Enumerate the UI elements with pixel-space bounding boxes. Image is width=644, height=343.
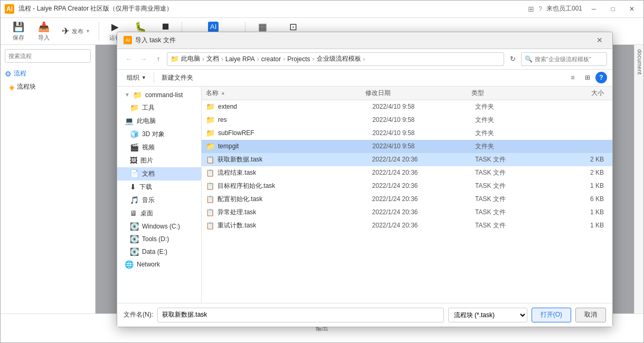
nav-image[interactable]: 🖼 图片 [117, 154, 201, 167]
nav-download-label: 下载 [139, 183, 152, 192]
up-button[interactable]: ↑ [152, 53, 165, 65]
save-button[interactable]: 💾 保存 [7, 19, 30, 44]
maximize-button[interactable]: □ [605, 3, 620, 15]
nav-tools-label: 工具 [142, 103, 155, 112]
nav-folder-icon: 📁 [133, 91, 142, 99]
nav-drive-d[interactable]: 💽 Tools (D:) [117, 233, 201, 245]
main-layout: ⚙ 流程 ◈ 流程块 AI 导入 task 文件 ✕ [1, 45, 643, 313]
file-get-new-data[interactable]: 📋 获取新数据.task 2022/1/24 20:36 TASK 文件 2 K… [202, 153, 612, 166]
sidebar-flow-block[interactable]: ◈ 流程块 [1, 80, 95, 93]
folder-tempgit[interactable]: 📁 tempgit 2022/4/10 9:58 文件夹 [202, 140, 612, 153]
publish-icon: ✈ [62, 25, 70, 37]
col-size[interactable]: 大小 [551, 89, 608, 98]
nav-command-list[interactable]: ▼ 📁 command-list [117, 89, 201, 101]
filetype-select[interactable]: 流程块 (*.task) [448, 308, 527, 322]
task-file-icon: 📋 [206, 169, 214, 177]
dialog-toolbar: 组织 ▼ 新建文件夹 ≡ ⊞ ? [117, 70, 612, 87]
file-config-init[interactable]: 📋 配置初始化.task 2022/1/24 20:36 TASK 文件 6 K… [202, 193, 612, 206]
view-list-button[interactable]: ≡ [566, 72, 580, 83]
right-tab-document[interactable]: document [634, 45, 644, 79]
nav-pc-icon: 💻 [125, 117, 134, 125]
new-folder-button[interactable]: 新建文件夹 [157, 72, 197, 84]
app-icon: AI [5, 4, 14, 14]
flow-block-icon: ◈ [9, 83, 15, 91]
nav-3d[interactable]: 🧊 3D 对象 [117, 128, 201, 141]
import-button[interactable]: 📥 导入 [32, 19, 55, 44]
cancel-button[interactable]: 取消 [575, 308, 606, 322]
title-bar: AI 流程 - Laiye RPA Creator 社区版（仅用于非商业用途） … [1, 1, 643, 18]
dialog-footer: 文件名(N): 流程块 (*.task) 打开(O) 取消 [117, 303, 612, 327]
nav-drive-e-label: Data (E:) [142, 248, 167, 255]
nav-download[interactable]: ⬇ 下载 [117, 180, 201, 194]
dialog-title-icon: AI [124, 36, 132, 44]
forward-button[interactable]: → [137, 53, 150, 65]
nav-tools-folder-icon: 📁 [130, 103, 139, 112]
minimize-button[interactable]: ─ [586, 3, 601, 15]
refresh-button[interactable]: ↻ [506, 53, 519, 65]
nav-video-label: 视频 [142, 143, 155, 152]
dialog-title-bar: AI 导入 task 文件 ✕ [117, 32, 612, 49]
help-button[interactable]: ? [595, 72, 607, 83]
bc-3[interactable]: Laiye RPA [225, 55, 255, 63]
col-type[interactable]: 类型 [471, 89, 551, 98]
nav-music[interactable]: 🎵 音乐 [117, 194, 201, 207]
folder-icon: 📁 [206, 129, 215, 137]
app-window: AI 流程 - Laiye RPA Creator 社区版（仅用于非商业用途） … [0, 0, 644, 343]
bc-1[interactable]: 此电脑 [181, 54, 200, 63]
col-date[interactable]: 修改日期 [365, 89, 471, 98]
nav-drive-d-label: Tools (D:) [142, 235, 169, 243]
folder-res[interactable]: 📁 res 2022/4/10 9:58 文件夹 [202, 113, 612, 127]
breadcrumb-folder-icon: 📁 [171, 55, 179, 63]
nav-video[interactable]: 🎬 视频 [117, 141, 201, 154]
view-grid-button[interactable]: ⊞ [581, 72, 594, 83]
nav-drive-e[interactable]: 💽 Data (E:) [117, 245, 201, 258]
close-button[interactable]: ✕ [624, 3, 639, 15]
nav-network[interactable]: 🌐 Network [117, 258, 201, 271]
search-input[interactable] [5, 49, 91, 63]
nav-music-label: 音乐 [142, 196, 155, 205]
search-icon: 🔍 [525, 55, 533, 63]
grid-icon: ⊞ [528, 5, 534, 13]
nav-desktop[interactable]: 🖥 桌面 [117, 207, 201, 220]
file-retry-count[interactable]: 📋 重试计数.task 2022/1/24 20:36 TASK 文件 1 KB [202, 219, 612, 232]
sort-arrow: ▲ [221, 90, 225, 96]
new-folder-label: 新建文件夹 [162, 73, 193, 82]
task-file-icon: 📋 [206, 182, 214, 190]
bc-5[interactable]: Projects [287, 55, 310, 63]
nav-3d-icon: 🧊 [130, 130, 139, 138]
task-file-icon: 📋 [206, 195, 214, 203]
nav-drive-c[interactable]: 💽 Windows (C:) [117, 220, 201, 233]
folder-extend[interactable]: 📁 extend 2022/4/10 9:58 文件夹 [202, 100, 612, 113]
dialog-overlay: AI 导入 task 文件 ✕ ← → ↑ 📁 此电脑 › 文档 [96, 45, 634, 313]
help-icon[interactable]: ? [538, 5, 542, 13]
open-button[interactable]: 打开(O) [532, 308, 571, 322]
task-file-icon: 📋 [206, 222, 214, 230]
bc-2[interactable]: 文档 [206, 54, 219, 63]
search-input-dialog[interactable] [535, 56, 603, 62]
save-label: 保存 [13, 34, 24, 42]
nav-this-pc[interactable]: 💻 此电脑 [117, 115, 201, 128]
toolbar-sep [154, 72, 154, 83]
content-area: AI 导入 task 文件 ✕ ← → ↑ 📁 此电脑 › 文档 [96, 45, 634, 313]
folder-subflowref[interactable]: 📁 subFlowREF 2022/4/10 9:58 文件夹 [202, 127, 612, 140]
file-exception[interactable]: 📋 异常处理.task 2022/1/24 20:36 TASK 文件 1 KB [202, 206, 612, 219]
view-icons: ≡ ⊞ ? [566, 72, 607, 83]
organize-button[interactable]: 组织 ▼ [122, 72, 150, 84]
organize-arrow-icon: ▼ [141, 75, 146, 80]
nav-doc[interactable]: 📄 文档 [117, 167, 201, 180]
back-button[interactable]: ← [122, 53, 135, 65]
left-sidebar: ⚙ 流程 ◈ 流程块 [1, 45, 96, 313]
publish-arrow-icon: ▼ [86, 28, 90, 34]
right-sidebar: document [634, 45, 643, 313]
filename-input[interactable] [157, 308, 444, 322]
publish-button[interactable]: ✈ 发布 ▼ [58, 23, 94, 39]
file-open-dialog: AI 导入 task 文件 ✕ ← → ↑ 📁 此电脑 › 文档 [117, 32, 613, 327]
file-init-target[interactable]: 📋 目标程序初始化.task 2022/1/24 20:36 TASK 文件 1… [202, 179, 612, 193]
dialog-close-button[interactable]: ✕ [593, 35, 606, 45]
bc-6[interactable]: 企业级流程模板 [317, 54, 361, 63]
bc-4[interactable]: creator [261, 55, 281, 63]
nav-tools[interactable]: 📁 工具 [117, 101, 201, 115]
sidebar-flow-section[interactable]: ⚙ 流程 [1, 67, 95, 80]
col-name[interactable]: 名称 ▲ [206, 89, 365, 98]
file-flow-end[interactable]: 📋 流程结束.task 2022/1/24 20:36 TASK 文件 2 KB [202, 166, 612, 179]
